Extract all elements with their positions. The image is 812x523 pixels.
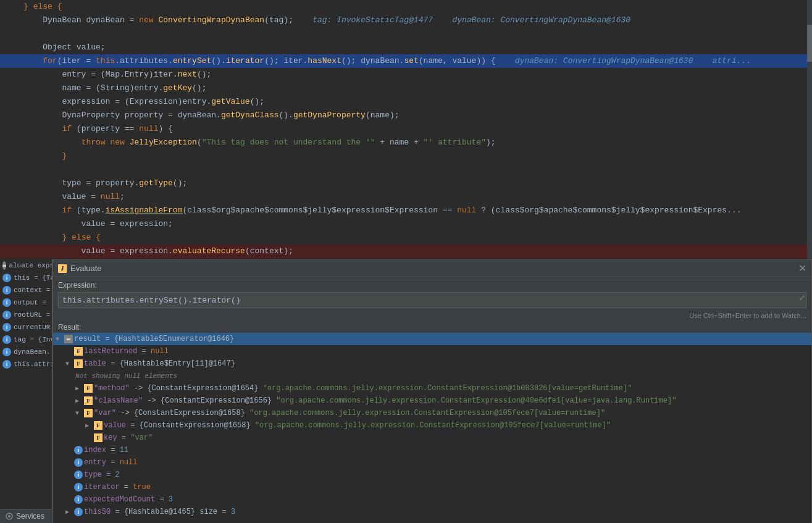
left-item-this: i this = {Ta...	[0, 272, 52, 284]
result-row-root[interactable]: ∞ result = {Hashtable$Enumerator@1646}	[53, 333, 811, 345]
field-icon: F	[84, 396, 93, 405]
tree-arrow-closed[interactable]	[75, 385, 84, 392]
left-item-rooturl: i rootURL =	[0, 309, 52, 321]
left-item-currenturl: i currentUR...	[0, 321, 52, 333]
code-line: value = null;	[0, 190, 812, 204]
code-line: if (type.isAssignableFrom(class$org$apac…	[0, 204, 812, 217]
result-row-expectedmodcount[interactable]: i expectedModCount = 3	[53, 493, 811, 506]
services-label: Services	[16, 512, 44, 521]
info-icon: i	[74, 483, 83, 492]
result-row-not-showing: Not showing null elements	[53, 370, 811, 382]
result-label: Result:	[53, 320, 811, 333]
code-line: expression = (Expression)entry.getValue(…	[0, 95, 812, 109]
field-icon: F	[74, 359, 83, 368]
info-icon: i	[2, 323, 11, 332]
code-content: } else { DynaBean dynaBean = new Convert…	[0, 0, 812, 258]
info-icon: i	[2, 360, 11, 369]
expand-icon[interactable]: ⤢	[799, 293, 805, 303]
result-row-value[interactable]: F value = {ConstantExpression@1658} "org…	[53, 419, 811, 432]
evaluate-title: Evaluate	[70, 264, 102, 273]
result-row-key[interactable]: F key = "var"	[53, 432, 811, 444]
code-line-red: value = expression.evaluateRecurse(conte…	[0, 245, 812, 258]
field-icon: F	[94, 433, 103, 442]
expression-input[interactable]	[58, 292, 806, 308]
result-area[interactable]: ∞ result = {Hashtable$Enumerator@1646} F…	[53, 333, 811, 523]
field-icon: F	[84, 409, 93, 417]
info-icon: i	[2, 274, 11, 282]
info-icon: i	[74, 508, 83, 516]
info-icon: i	[2, 298, 11, 307]
result-row-var[interactable]: F "var" -> {ConstantExpression@1658} "or…	[53, 407, 811, 419]
result-row-classname[interactable]: F "className" -> {ConstantExpression@165…	[53, 395, 811, 407]
code-line: Object value;	[0, 41, 812, 54]
tree-arrow-open[interactable]	[56, 336, 64, 343]
close-button[interactable]: ✕	[798, 264, 806, 274]
left-item-thisattrib: i this.attrib...	[0, 358, 52, 370]
tree-arrow-open[interactable]	[75, 410, 84, 417]
code-line-highlighted: for(iter = this.attributes.entrySet().it…	[0, 54, 812, 68]
code-line: name = (String)entry.getKey();	[0, 82, 812, 95]
field-icon: F	[74, 347, 83, 356]
info-icon: i	[2, 348, 11, 356]
info-icon: i	[2, 286, 11, 295]
info-icon: i	[74, 458, 83, 467]
result-row-method[interactable]: F "method" -> {ConstantExpression@1654} …	[53, 382, 811, 395]
evaluate-panel: J Evaluate ✕ Expression: ⤢ Use Ctrl+Shif…	[52, 259, 812, 523]
code-line: DynaBean dynaBean = new ConvertingWrapDy…	[0, 14, 812, 27]
scrollbar-track[interactable]	[807, 0, 812, 259]
services-icon	[5, 512, 14, 521]
info-icon: i	[2, 335, 11, 344]
code-line: throw new JellyException("This tag does …	[0, 136, 812, 149]
info-icon: i	[74, 471, 83, 479]
result-row-this0[interactable]: i this$0 = {Hashtable@1465} size = 3	[53, 506, 811, 518]
evaluate-panel-icon: J	[58, 264, 67, 273]
code-line	[0, 163, 812, 177]
tree-arrow-open[interactable]	[65, 361, 74, 367]
info-icon: i	[74, 495, 83, 504]
field-icon: F	[94, 421, 103, 430]
result-row-iterator[interactable]: i iterator = true	[53, 481, 811, 493]
evaluate-icon: ∞	[2, 261, 6, 270]
hint-text: Use Ctrl+Shift+Enter to add to Watch...	[53, 311, 811, 320]
evaluate-header-left: J Evaluate	[58, 264, 102, 273]
info-icon: i	[2, 311, 11, 319]
code-line: DynaProperty property = dynaBean.getDyna…	[0, 109, 812, 122]
result-row-type[interactable]: i type = 2	[53, 469, 811, 481]
info-icon: i	[74, 446, 83, 454]
scrollbar-thumb[interactable]	[807, 25, 812, 62]
result-row-table[interactable]: F table = {Hashtable$Entry[11]@1647}	[53, 358, 811, 370]
code-line: entry = (Map.Entry)iter.next();	[0, 68, 812, 82]
result-row-index[interactable]: i index = 11	[53, 444, 811, 456]
code-line: } else {	[0, 231, 812, 245]
left-item-tag: i tag = {Inv...	[0, 333, 52, 346]
code-line: type = property.getType();	[0, 177, 812, 190]
code-line: } else {	[0, 0, 812, 14]
left-item-evaluate: ∞ aluate expr	[0, 259, 52, 272]
code-editor: } else { DynaBean dynaBean = new Convert…	[0, 0, 812, 259]
tree-arrow-closed[interactable]	[65, 508, 74, 516]
hashtable-icon: ∞	[64, 335, 73, 343]
code-line	[0, 27, 812, 41]
expression-input-row: ⤢	[53, 291, 811, 311]
tree-arrow-closed[interactable]	[75, 397, 84, 404]
result-row-lastReturned[interactable]: F lastReturned = null	[53, 345, 811, 358]
result-row-entry[interactable]: i entry = null	[53, 456, 811, 469]
evaluate-header: J Evaluate ✕	[53, 260, 811, 277]
debug-variables-panel: ∞ aluate expr i this = {Ta... i context …	[0, 259, 52, 523]
code-line: value = expression;	[0, 217, 812, 231]
svg-point-1	[8, 515, 10, 517]
services-status[interactable]: Services	[5, 512, 44, 521]
expression-label: Expression:	[53, 277, 811, 291]
left-item-output: i output =	[0, 296, 52, 309]
left-item-context: i context =	[0, 284, 52, 296]
left-item-dynabean: i dynaBean...	[0, 346, 52, 358]
code-line: if (property == null) {	[0, 122, 812, 136]
field-icon: F	[84, 384, 93, 393]
code-line: }	[0, 149, 812, 163]
tree-arrow-closed[interactable]	[85, 422, 94, 429]
